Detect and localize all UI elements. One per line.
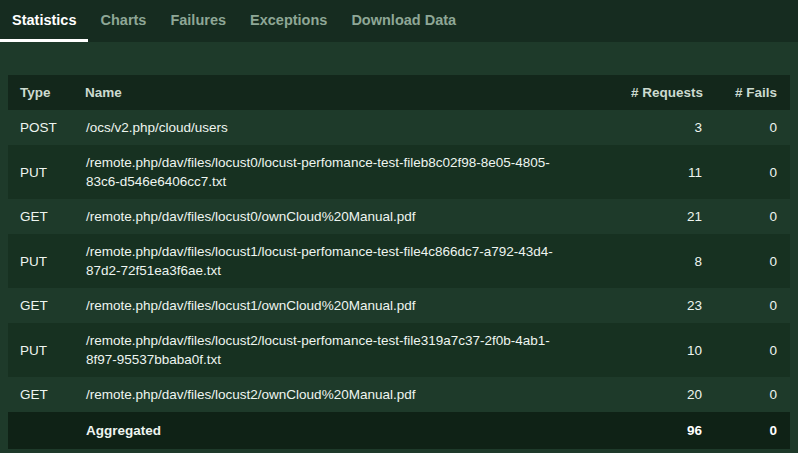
- requests-count-cell: 20: [601, 377, 703, 412]
- aggregated-type-cell: [8, 412, 85, 449]
- table-row: PUT /remote.php/dav/files/locust1/locust…: [8, 234, 790, 288]
- column-header-fails[interactable]: # Fails: [703, 75, 790, 110]
- tab-exceptions[interactable]: Exceptions: [238, 0, 339, 42]
- fails-count-cell: 0: [703, 145, 790, 199]
- endpoint-name-cell: /remote.php/dav/files/locust2/ownCloud%2…: [85, 377, 601, 412]
- table-row: GET /remote.php/dav/files/locust2/ownClo…: [8, 377, 790, 412]
- method-cell: GET: [8, 199, 85, 234]
- top-navigation: Statistics Charts Failures Exceptions Do…: [0, 0, 798, 42]
- aggregated-fails-cell: 0: [703, 412, 790, 449]
- nav-tab-label: Download Data: [351, 12, 456, 28]
- nav-tab-label: Failures: [170, 12, 226, 28]
- method-cell: GET: [8, 377, 85, 412]
- endpoint-name-cell: /ocs/v2.php/cloud/users: [85, 110, 601, 145]
- table-header-row: Type Name # Requests # Fails: [8, 75, 790, 110]
- fails-count-cell: 0: [703, 288, 790, 323]
- table-row: POST /ocs/v2.php/cloud/users 3 0: [8, 110, 790, 145]
- table-row: PUT /remote.php/dav/files/locust0/locust…: [8, 145, 790, 199]
- requests-count-cell: 11: [601, 145, 703, 199]
- method-cell: PUT: [8, 145, 85, 199]
- statistics-table: Type Name # Requests # Fails POST /ocs/v…: [8, 75, 790, 449]
- endpoint-name-cell: /remote.php/dav/files/locust1/ownCloud%2…: [85, 288, 601, 323]
- requests-count-cell: 23: [601, 288, 703, 323]
- tab-charts[interactable]: Charts: [88, 0, 158, 42]
- requests-count-cell: 10: [601, 323, 703, 377]
- endpoint-name-cell: /remote.php/dav/files/locust0/locust-per…: [85, 145, 601, 199]
- column-header-name[interactable]: Name: [85, 75, 601, 110]
- tab-failures[interactable]: Failures: [158, 0, 238, 42]
- tab-statistics[interactable]: Statistics: [0, 0, 88, 42]
- endpoint-name-cell: /remote.php/dav/files/locust2/locust-per…: [85, 323, 601, 377]
- statistics-panel: Type Name # Requests # Fails POST /ocs/v…: [8, 75, 790, 449]
- aggregated-row: Aggregated 96 0: [8, 412, 790, 449]
- fails-count-cell: 0: [703, 110, 790, 145]
- nav-tab-label: Statistics: [12, 12, 76, 28]
- requests-count-cell: 8: [601, 234, 703, 288]
- fails-count-cell: 0: [703, 377, 790, 412]
- table-row: GET /remote.php/dav/files/locust1/ownClo…: [8, 288, 790, 323]
- method-cell: PUT: [8, 323, 85, 377]
- aggregated-requests-cell: 96: [601, 412, 703, 449]
- nav-tab-label: Exceptions: [250, 12, 327, 28]
- fails-count-cell: 0: [703, 199, 790, 234]
- column-header-type[interactable]: Type: [8, 75, 85, 110]
- fails-count-cell: 0: [703, 323, 790, 377]
- method-cell: GET: [8, 288, 85, 323]
- column-header-requests[interactable]: # Requests: [601, 75, 703, 110]
- fails-count-cell: 0: [703, 234, 790, 288]
- tab-download-data[interactable]: Download Data: [339, 0, 468, 42]
- table-row: PUT /remote.php/dav/files/locust2/locust…: [8, 323, 790, 377]
- aggregated-label: Aggregated: [85, 412, 601, 449]
- requests-count-cell: 21: [601, 199, 703, 234]
- requests-count-cell: 3: [601, 110, 703, 145]
- endpoint-name-cell: /remote.php/dav/files/locust0/ownCloud%2…: [85, 199, 601, 234]
- method-cell: PUT: [8, 234, 85, 288]
- endpoint-name-cell: /remote.php/dav/files/locust1/locust-per…: [85, 234, 601, 288]
- table-row: GET /remote.php/dav/files/locust0/ownClo…: [8, 199, 790, 234]
- stats-table-body: POST /ocs/v2.php/cloud/users 3 0 PUT /re…: [8, 110, 790, 412]
- method-cell: POST: [8, 110, 85, 145]
- nav-tab-label: Charts: [100, 12, 146, 28]
